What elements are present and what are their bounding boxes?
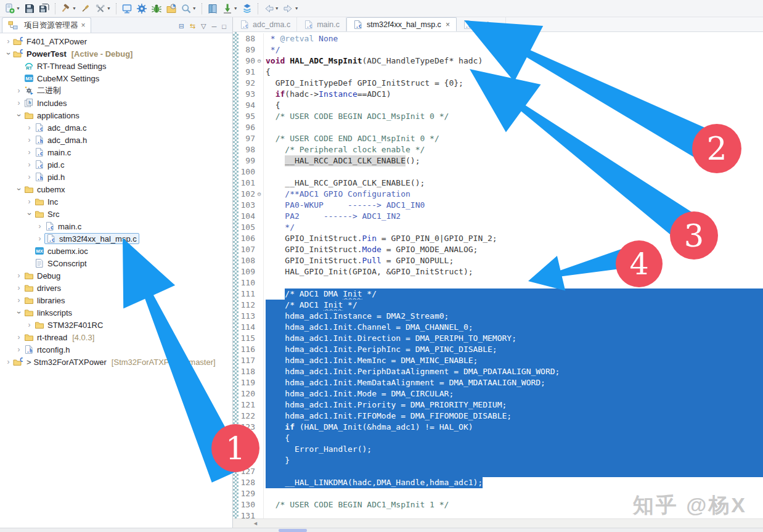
- code-line-122[interactable]: 122 hdma_adc1.Init.FIFOMode = DMA_FIFOMO…: [239, 411, 763, 422]
- tree-item-adc-dma-c[interactable]: ›.cadc_dma.c: [0, 121, 232, 134]
- code-line-128[interactable]: 128 __HAL_LINKDMA(hadc,DMA_Handle,hdma_a…: [239, 477, 763, 488]
- collapse-chevron-icon[interactable]: ›: [14, 185, 23, 194]
- tree-item-debug[interactable]: ›Debug: [0, 269, 232, 282]
- code-line-127[interactable]: 127: [239, 466, 763, 477]
- view-menu-icon[interactable]: ▽: [201, 22, 206, 30]
- dropdown-caret-icon[interactable]: ▼: [72, 6, 76, 10]
- dropdown-caret-icon[interactable]: ▼: [107, 6, 111, 10]
- code-line-116[interactable]: 116 hdma_adc1.Init.PeriphInc = DMA_PINC_…: [239, 344, 763, 355]
- code-line-110[interactable]: 110: [239, 277, 763, 289]
- expand-chevron-icon[interactable]: ›: [25, 321, 34, 329]
- code-line-103[interactable]: 103 PA0-WKUP ------> ADC1_IN0: [239, 200, 763, 211]
- tree-item-main-c[interactable]: ›.cmain.c: [0, 220, 232, 232]
- save-all-button[interactable]: [37, 1, 52, 16]
- expand-chevron-icon[interactable]: ›: [35, 234, 44, 243]
- code-line-94[interactable]: 94 {: [239, 100, 763, 111]
- expand-chevron-icon[interactable]: ›: [14, 333, 23, 342]
- tree-item-f401-atxpower[interactable]: ›CF401_ATXPower: [0, 35, 232, 47]
- code-line-109[interactable]: 109 HAL_GPIO_Init(GPIOA, &GPIO_InitStruc…: [239, 266, 763, 277]
- expand-chevron-icon[interactable]: ›: [25, 148, 34, 157]
- chisel-button[interactable]: [78, 1, 93, 16]
- tree-item-includes[interactable]: ›hIncludes: [0, 97, 232, 109]
- tree-item-pid-h[interactable]: ›.hpid.h: [0, 171, 232, 183]
- expand-chevron-icon[interactable]: ›: [14, 284, 23, 292]
- collapse-chevron-icon[interactable]: ›: [25, 210, 34, 218]
- collapse-chevron-icon[interactable]: ›: [14, 308, 23, 317]
- code-line-89[interactable]: 89 */: [239, 44, 763, 55]
- monitor-button[interactable]: [120, 1, 134, 16]
- code-line-88[interactable]: 88 * @retval None: [239, 33, 763, 44]
- expand-chevron-icon[interactable]: ›: [35, 222, 44, 231]
- layers-button[interactable]: [240, 1, 255, 16]
- arrow-right-button[interactable]: ▼: [281, 1, 301, 16]
- tree-item-rtconfig-h[interactable]: ›.hrtconfig.h: [0, 343, 232, 356]
- code-line-121[interactable]: 121 hdma_adc1.Init.Priority = DMA_PRIORI…: [239, 399, 763, 411]
- code-line-112[interactable]: 112 /* ADC1 Init */: [239, 300, 763, 311]
- tree-item--[interactable]: ›二进制: [0, 84, 232, 97]
- tree-item-inc[interactable]: ›Inc: [0, 195, 232, 208]
- expand-chevron-icon[interactable]: ›: [14, 86, 23, 95]
- tree-item-linkscripts[interactable]: ›linkscripts: [0, 306, 232, 319]
- tree-item-cubemx-settings[interactable]: MXCubeMX Settings: [0, 72, 232, 84]
- maximize-icon[interactable]: □: [222, 23, 226, 30]
- code-line-98[interactable]: 98 /* Peripheral clock enable */: [239, 144, 763, 155]
- expand-chevron-icon[interactable]: ›: [25, 173, 34, 181]
- dropdown-caret-icon[interactable]: ▼: [234, 6, 238, 10]
- tree-item-sconscript[interactable]: SConscript: [0, 257, 232, 269]
- book-button[interactable]: [205, 1, 220, 16]
- tab-close-icon[interactable]: ×: [446, 20, 450, 29]
- gear-button[interactable]: [134, 1, 149, 16]
- search-button[interactable]: ▼: [179, 1, 198, 16]
- hammer-button[interactable]: ▼: [59, 1, 78, 16]
- code-line-90[interactable]: 90⊖void HAL_ADC_MspInit(ADC_HandleTypeDe…: [239, 55, 763, 67]
- link-editor-icon[interactable]: ⇆: [190, 22, 195, 30]
- tools-button[interactable]: ▼: [93, 1, 113, 16]
- code-line-113[interactable]: 113 hdma_adc1.Instance = DMA2_Stream0;: [239, 311, 763, 322]
- code-line-97[interactable]: 97 /* USER CODE END ADC1_MspInit 0 */: [239, 133, 763, 144]
- new-file-button[interactable]: ▼: [2, 1, 22, 16]
- code-line-115[interactable]: 115 hdma_adc1.Init.Direction = DMA_PERIP…: [239, 333, 763, 344]
- tree-item-main-c[interactable]: ›.cmain.c: [0, 146, 232, 158]
- editor-tab-stm32f4xx-hal-msp-c[interactable]: .cstm32f4xx_hal_msp.c×: [346, 17, 457, 31]
- code-line-96[interactable]: 96: [239, 122, 763, 133]
- editor-tab-main-c[interactable]: .cmain.c: [297, 17, 346, 31]
- arrow-left-button[interactable]: ▼: [261, 1, 281, 16]
- horizontal-scrollbar[interactable]: ◄: [233, 518, 763, 528]
- code-line-125[interactable]: 125 Error_Handler();: [239, 444, 763, 455]
- expand-chevron-icon[interactable]: ›: [4, 37, 13, 46]
- save-button[interactable]: [22, 1, 37, 16]
- code-line-91[interactable]: 91{: [239, 67, 763, 78]
- tree-item-powertest[interactable]: ›CPowerTest[Active - Debug]: [0, 47, 232, 60]
- tree-item-cubemx[interactable]: ›cubemx: [0, 183, 232, 195]
- code-line-114[interactable]: 114 hdma_adc1.Init.Channel = DMA_CHANNEL…: [239, 322, 763, 333]
- code-line-92[interactable]: 92 GPIO_InitTypeDef GPIO_InitStruct = {0…: [239, 78, 763, 89]
- collapse-chevron-icon[interactable]: ›: [14, 111, 23, 120]
- tree-item-pid-c[interactable]: ›.cpid.c: [0, 158, 232, 171]
- code-line-124[interactable]: 124 {: [239, 433, 763, 444]
- minimize-icon[interactable]: ─: [212, 23, 217, 30]
- fold-marker-icon[interactable]: ⊖: [255, 189, 263, 200]
- expand-chevron-icon[interactable]: ›: [4, 358, 13, 366]
- tree-item-drivers[interactable]: ›drivers: [0, 282, 232, 294]
- dropdown-caret-icon[interactable]: ▼: [16, 6, 20, 10]
- download-button[interactable]: ▼: [220, 1, 240, 16]
- collapse-chevron-icon[interactable]: ›: [4, 49, 13, 58]
- bug-button[interactable]: [149, 1, 164, 16]
- code-line-111[interactable]: 111 /* ADC1 DMA Init */: [239, 289, 763, 300]
- expand-chevron-icon[interactable]: ›: [25, 197, 34, 206]
- tree-item-rt-thread[interactable]: ›rt-thread[4.0.3]: [0, 331, 232, 343]
- fold-marker-icon[interactable]: ⊖: [255, 55, 263, 67]
- code-editor[interactable]: 88 * @retval None89 */90⊖void HAL_ADC_Ms…: [233, 32, 763, 528]
- tree-item-libraries[interactable]: ›libraries: [0, 294, 232, 306]
- tree-item-stm32f401rc[interactable]: ›STM32F401RC: [0, 319, 232, 331]
- code-line-117[interactable]: 117 hdma_adc1.Init.MemInc = DMA_MINC_ENA…: [239, 355, 763, 366]
- explorer-tab[interactable]: 项目资源管理器 ×: [2, 17, 91, 33]
- expand-chevron-icon[interactable]: ›: [25, 123, 34, 132]
- expand-chevron-icon[interactable]: ›: [14, 296, 23, 305]
- code-line-102[interactable]: 102⊖ /**ADC1 GPIO Configuration: [239, 189, 763, 200]
- code-line-99[interactable]: 99 __HAL_RCC_ADC1_CLK_ENABLE();: [239, 155, 763, 166]
- code-line-95[interactable]: 95 /* USER CODE BEGIN ADC1_MspInit 0 */: [239, 111, 763, 122]
- explorer-close-icon[interactable]: ×: [81, 21, 86, 30]
- tree-item-cubemx-ioc[interactable]: MXcubemx.ioc: [0, 245, 232, 257]
- editor-tab-main-c[interactable]: .cmain.c: [457, 17, 506, 31]
